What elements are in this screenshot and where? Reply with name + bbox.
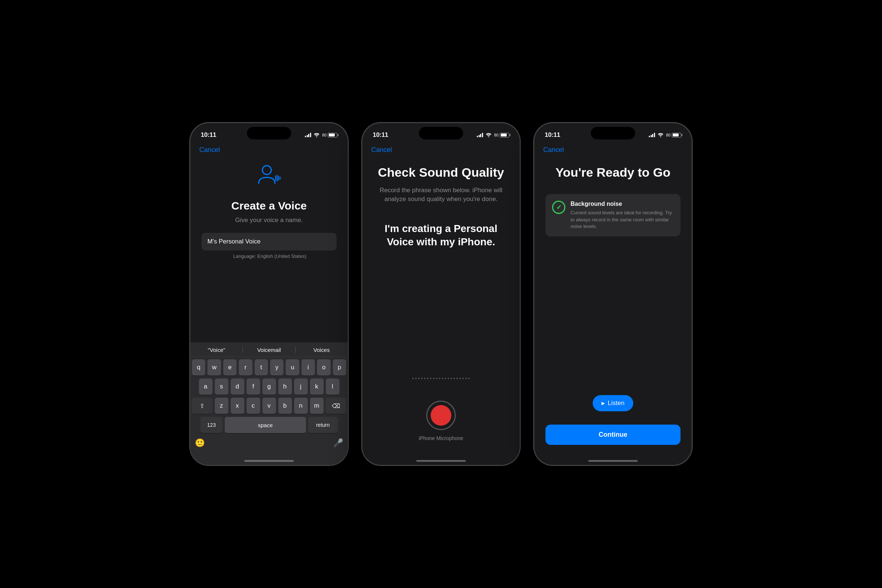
key-j[interactable]: j — [294, 378, 308, 395]
phone3-body: You're Ready to Go ✓ Background noise Cu… — [534, 158, 691, 452]
key-h[interactable]: h — [278, 378, 292, 395]
check-sound-subtitle: Record the phrase shown below. iPhone wi… — [373, 186, 509, 204]
record-button-inner — [431, 405, 451, 426]
wifi-icon-2 — [486, 133, 491, 137]
key-t[interactable]: t — [255, 359, 268, 375]
home-indicator-1 — [191, 452, 348, 465]
continue-label: Continue — [599, 431, 627, 438]
keyboard[interactable]: "Voice" Voicemail Voices q w e r — [191, 342, 348, 465]
voice-icon — [254, 162, 284, 193]
status-right-3: 80 — [649, 133, 681, 138]
keyboard-rows: q w e r t y u i o p a — [191, 357, 348, 414]
keyboard-suggestions: "Voice" Voicemail Voices — [191, 342, 348, 357]
home-indicator-2 — [362, 452, 520, 465]
key-g[interactable]: g — [262, 378, 276, 395]
phone1-screen: Cancel — [191, 142, 348, 465]
noise-text: Background noise Current sound levels ar… — [571, 201, 674, 230]
phone3-cancel-button[interactable]: Cancel — [543, 146, 564, 153]
key-space[interactable]: space — [225, 417, 306, 433]
battery-icon-3: 80 — [666, 133, 681, 138]
dynamic-island-2 — [419, 127, 463, 140]
suggestion-voice[interactable]: "Voice" — [191, 346, 242, 354]
key-l[interactable]: l — [326, 378, 340, 395]
dictation-button[interactable]: 🎤 — [333, 438, 343, 448]
recording-phrase: I'm creating a Personal Voice with my iP… — [373, 222, 509, 249]
phone-2: 10:11 80 — [362, 123, 520, 465]
key-row-3: ⇧ z x c v b n m ⌫ — [192, 398, 346, 414]
signal-icon-1 — [305, 133, 311, 137]
status-right-1: 80 — [305, 133, 337, 138]
language-label: Language: English (United States) — [232, 254, 306, 259]
key-delete[interactable]: ⌫ — [326, 398, 347, 414]
status-time-2: 10:11 — [373, 131, 388, 139]
svg-point-1 — [262, 166, 271, 174]
key-u[interactable]: u — [285, 359, 299, 375]
key-w[interactable]: w — [207, 359, 221, 375]
phone-3: 10:11 80 — [533, 123, 692, 465]
listen-button[interactable]: ▶ Listen — [593, 395, 633, 411]
phone2-cancel-button[interactable]: Cancel — [371, 146, 392, 153]
phone3-nav: Cancel — [534, 142, 691, 158]
svg-point-7 — [660, 136, 661, 137]
key-shift[interactable]: ⇧ — [192, 398, 213, 414]
voice-name-value: M's Personal Voice — [207, 238, 260, 245]
battery-icon-1: 80 — [322, 133, 337, 138]
phone2-screen: Cancel Check Sound Quality Record the ph… — [362, 142, 520, 465]
key-f[interactable]: f — [246, 378, 260, 395]
key-y[interactable]: y — [270, 359, 283, 375]
key-c[interactable]: c — [246, 398, 260, 414]
listen-label: Listen — [608, 399, 624, 407]
check-sound-title: Check Sound Quality — [378, 166, 504, 179]
key-b[interactable]: b — [278, 398, 292, 414]
signal-icon-3 — [649, 133, 655, 137]
key-n[interactable]: n — [294, 398, 308, 414]
key-e[interactable]: e — [223, 359, 237, 375]
key-k[interactable]: k — [310, 378, 324, 395]
key-p[interactable]: p — [333, 359, 346, 375]
key-d[interactable]: d — [231, 378, 244, 395]
key-return[interactable]: return — [308, 417, 338, 433]
phone3-screen: Cancel You're Ready to Go ✓ Background n… — [534, 142, 691, 465]
dynamic-island-3 — [591, 127, 635, 140]
key-123[interactable]: 123 — [200, 417, 222, 433]
svg-point-6 — [488, 136, 489, 137]
dynamic-island-1 — [247, 127, 291, 140]
key-o[interactable]: o — [317, 359, 330, 375]
status-right-2: 80 — [477, 133, 509, 138]
phone2-nav: Cancel — [362, 142, 520, 158]
record-button-container: iPhone Microphone — [362, 400, 520, 441]
background-noise-card: ✓ Background noise Current sound levels … — [545, 194, 681, 237]
key-r[interactable]: r — [239, 359, 252, 375]
noise-check-icon: ✓ — [552, 201, 565, 214]
key-x[interactable]: x — [231, 398, 244, 414]
key-row-2: a s d f g h j k l — [192, 378, 346, 395]
keyboard-bottom-bar: 🙂 🎤 — [191, 436, 348, 452]
emoji-button[interactable]: 🙂 — [195, 438, 205, 448]
create-voice-title: Create a Voice — [231, 200, 307, 212]
spacer — [545, 251, 681, 395]
key-q[interactable]: q — [192, 359, 205, 375]
key-m[interactable]: m — [310, 398, 324, 414]
microphone-label: iPhone Microphone — [419, 435, 464, 441]
continue-button[interactable]: Continue — [545, 424, 681, 445]
phone2-body: Check Sound Quality Record the phrase sh… — [362, 158, 520, 375]
record-button[interactable] — [426, 400, 456, 430]
key-i[interactable]: i — [302, 359, 315, 375]
checkmark-icon: ✓ — [556, 203, 562, 212]
status-time-3: 10:11 — [545, 131, 560, 139]
key-row-1: q w e r t y u i o p — [192, 359, 346, 375]
suggestion-voices[interactable]: Voices — [296, 346, 348, 354]
battery-icon-2: 80 — [494, 133, 509, 138]
key-s[interactable]: s — [215, 378, 228, 395]
person-with-mic-icon — [254, 162, 284, 192]
phone1-nav: Cancel — [191, 142, 348, 158]
key-a[interactable]: a — [199, 378, 213, 395]
voice-name-input[interactable]: M's Personal Voice — [201, 233, 337, 250]
key-z[interactable]: z — [215, 398, 228, 414]
suggestion-voicemail[interactable]: Voicemail — [243, 346, 295, 354]
create-voice-subtitle: Give your voice a name. — [235, 216, 303, 224]
key-v[interactable]: v — [262, 398, 276, 414]
phones-container: 10:11 80 — [190, 123, 692, 465]
phone1-cancel-button[interactable]: Cancel — [199, 146, 220, 153]
waveform — [362, 375, 520, 382]
